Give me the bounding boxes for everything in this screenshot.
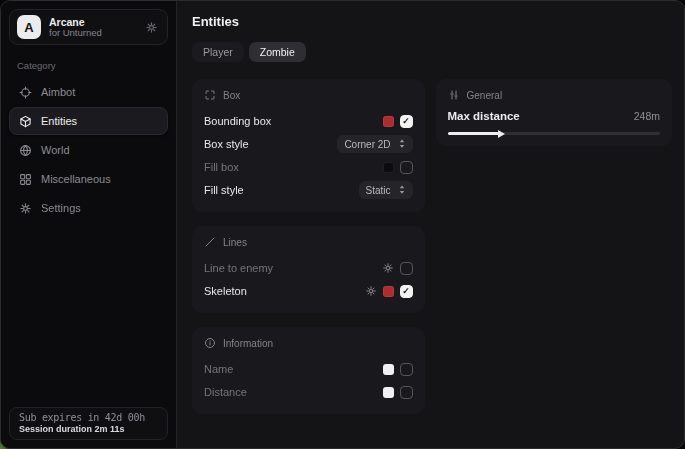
- setting-label: Fill box: [204, 161, 383, 173]
- brand-settings-button[interactable]: [143, 19, 160, 36]
- color-swatch[interactable]: [383, 116, 394, 127]
- distance-checkbox[interactable]: [400, 386, 413, 399]
- bounding-box-checkbox[interactable]: [400, 115, 413, 128]
- card-title: General: [467, 90, 503, 101]
- sidebar-item-label: Aimbot: [41, 86, 75, 98]
- entities-icon: [19, 115, 32, 128]
- main-content: Entities Player Zombie Box Bounding box: [177, 1, 684, 448]
- gear-icon: [365, 285, 377, 297]
- setting-row-distance: Distance: [204, 381, 413, 403]
- box-style-dropdown[interactable]: Corner 2D: [337, 135, 412, 153]
- max-distance-slider[interactable]: [448, 132, 660, 135]
- subscription-info: Sub expires in 42d 00h Session duration …: [9, 407, 168, 440]
- name-checkbox[interactable]: [400, 363, 413, 376]
- box-card: Box Bounding box Box style Corne: [192, 79, 425, 212]
- brand-logo: A: [17, 15, 41, 39]
- crosshair-icon: [19, 86, 32, 99]
- sidebar-item-world[interactable]: World: [9, 136, 168, 164]
- session-duration-text: Session duration 2m 11s: [19, 424, 158, 434]
- general-card: General Max distance 248m: [436, 79, 672, 146]
- app-window: A Arcane for Unturned Category Aimbot: [0, 0, 685, 449]
- tab-player[interactable]: Player: [192, 42, 244, 62]
- info-icon: [204, 337, 216, 349]
- sidebar-item-miscellaneous[interactable]: Miscellaneous: [9, 165, 168, 193]
- setting-row-line-to-enemy: Line to enemy: [204, 257, 413, 279]
- card-title: Lines: [223, 237, 247, 248]
- setting-row-box-style: Box style Corner 2D: [204, 133, 413, 155]
- setting-row-fill-style: Fill style Static: [204, 179, 413, 201]
- sliders-icon: [448, 89, 460, 101]
- setting-row-name: Name: [204, 358, 413, 380]
- skeleton-checkbox[interactable]: [400, 285, 413, 298]
- sidebar-nav: Aimbot Entities World Miscellaneous: [9, 78, 168, 222]
- color-swatch[interactable]: [383, 286, 394, 297]
- fill-box-checkbox[interactable]: [400, 161, 413, 174]
- brand-name: Arcane: [49, 16, 102, 28]
- setting-label: Bounding box: [204, 115, 383, 127]
- line-to-enemy-config-button[interactable]: [382, 262, 394, 274]
- lines-card: Lines Line to enemy: [192, 226, 425, 313]
- chevron-updown-icon: [398, 184, 406, 197]
- entity-tabs: Player Zombie: [192, 42, 672, 62]
- sub-expires-text: Sub expires in 42d 00h: [19, 412, 158, 423]
- diagonal-line-icon: [204, 236, 216, 248]
- setting-label: Name: [204, 363, 383, 375]
- card-title: Box: [223, 90, 240, 101]
- color-swatch[interactable]: [383, 162, 394, 173]
- sidebar-item-label: World: [41, 144, 70, 156]
- setting-row-fill-box: Fill box: [204, 156, 413, 178]
- setting-label: Fill style: [204, 184, 359, 196]
- brand-subtitle: for Unturned: [49, 28, 102, 39]
- setting-row-bounding-box: Bounding box: [204, 110, 413, 132]
- tab-zombie[interactable]: Zombie: [249, 42, 306, 62]
- sidebar-item-label: Miscellaneous: [41, 173, 111, 185]
- category-label: Category: [17, 60, 160, 71]
- sidebar-item-settings[interactable]: Settings: [9, 194, 168, 222]
- setting-label: Box style: [204, 138, 337, 150]
- chevron-updown-icon: [398, 138, 406, 151]
- dropdown-value: Corner 2D: [344, 139, 390, 150]
- dropdown-value: Static: [366, 185, 391, 196]
- sidebar-item-entities[interactable]: Entities: [9, 107, 168, 135]
- setting-label: Distance: [204, 386, 383, 398]
- skeleton-config-button[interactable]: [365, 285, 377, 297]
- globe-icon: [19, 144, 32, 157]
- sidebar-item-label: Settings: [41, 202, 81, 214]
- information-card: Information Name Distance: [192, 327, 425, 414]
- page-title: Entities: [192, 14, 672, 29]
- color-swatch[interactable]: [383, 364, 394, 375]
- sidebar-item-label: Entities: [41, 115, 77, 127]
- brand-card: A Arcane for Unturned: [9, 9, 168, 45]
- sidebar-item-aimbot[interactable]: Aimbot: [9, 78, 168, 106]
- gear-icon: [19, 202, 32, 215]
- line-to-enemy-checkbox[interactable]: [400, 262, 413, 275]
- grid-icon: [19, 173, 32, 186]
- setting-label: Line to enemy: [204, 262, 382, 274]
- setting-row-skeleton: Skeleton: [204, 280, 413, 302]
- setting-label: Max distance: [448, 110, 634, 122]
- card-title: Information: [223, 338, 273, 349]
- fill-style-dropdown[interactable]: Static: [359, 181, 413, 199]
- setting-row-max-distance: Max distance 248m: [448, 110, 660, 122]
- sidebar: A Arcane for Unturned Category Aimbot: [1, 1, 177, 448]
- gear-icon: [382, 262, 394, 274]
- color-swatch[interactable]: [383, 387, 394, 398]
- max-distance-value: 248m: [634, 110, 660, 122]
- slider-fill: [448, 132, 499, 135]
- gear-icon: [145, 21, 158, 34]
- scan-corners-icon: [204, 89, 216, 101]
- setting-label: Skeleton: [204, 285, 365, 297]
